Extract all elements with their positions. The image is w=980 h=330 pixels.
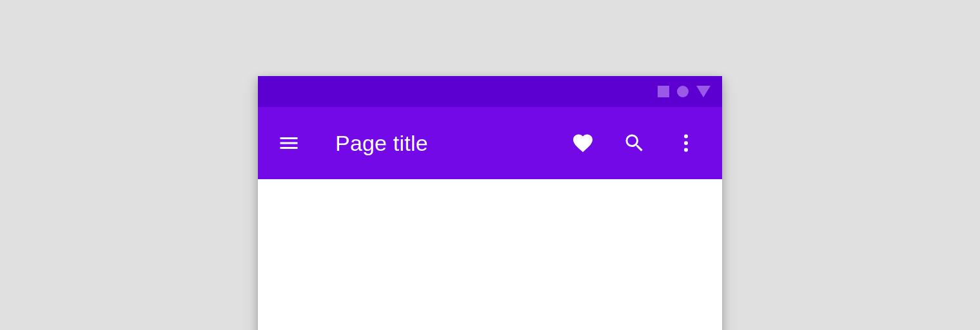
- nav-menu-button[interactable]: [273, 128, 304, 159]
- heart-icon: [571, 131, 594, 155]
- svg-rect-0: [280, 137, 298, 139]
- svg-rect-1: [280, 142, 298, 144]
- app-bar-title: Page title: [335, 131, 428, 156]
- svg-rect-2: [280, 147, 298, 149]
- status-circle-icon: [677, 86, 689, 97]
- status-square-icon: [658, 86, 669, 97]
- app-bar-actions: [567, 128, 701, 159]
- favorite-button[interactable]: [567, 128, 598, 159]
- svg-point-5: [684, 148, 688, 152]
- svg-point-4: [684, 141, 688, 145]
- content-area: [258, 179, 722, 330]
- search-button[interactable]: [619, 128, 650, 159]
- device-frame: Page title: [258, 76, 722, 330]
- more-vertical-icon: [674, 131, 698, 155]
- status-bar: [258, 76, 722, 107]
- status-triangle-icon: [696, 86, 710, 97]
- menu-icon: [277, 131, 300, 155]
- overflow-menu-button[interactable]: [671, 128, 701, 159]
- search-icon: [623, 131, 646, 155]
- app-bar: Page title: [258, 107, 722, 179]
- svg-point-3: [684, 135, 688, 139]
